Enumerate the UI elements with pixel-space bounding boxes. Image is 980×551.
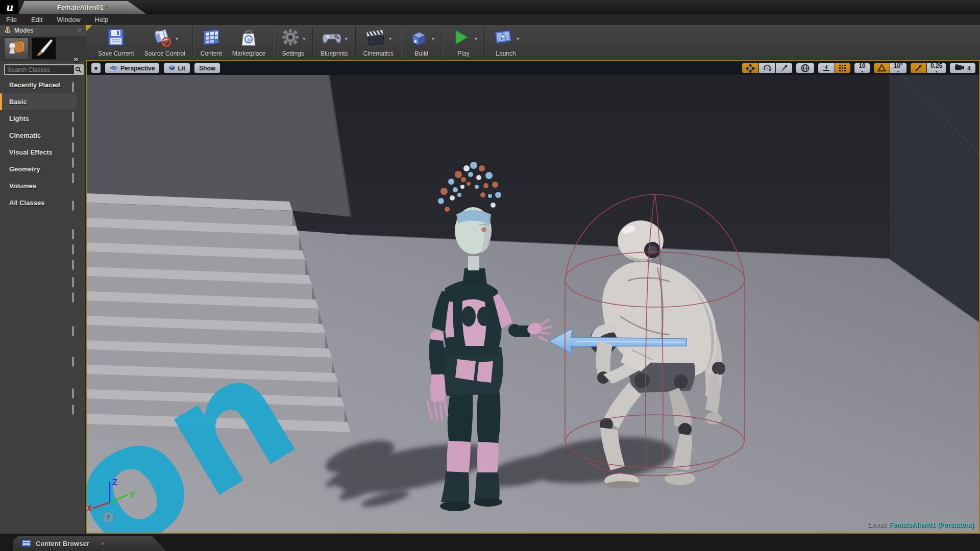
scrollbar-mark[interactable] (72, 388, 74, 398)
scrollbar-mark[interactable] (72, 405, 74, 415)
scale-tool-button[interactable] (776, 63, 793, 73)
translate-tool-button[interactable] (742, 63, 759, 73)
toolbar-separator (484, 27, 485, 58)
floppy-disk-icon (106, 27, 126, 49)
scrollbar-mark[interactable] (72, 357, 74, 367)
chevron-down-icon[interactable]: ▾ (303, 36, 305, 41)
unreal-logo-icon: u (0, 0, 18, 14)
paint-mode-button[interactable] (32, 37, 56, 60)
play-button[interactable]: ▾ Play (445, 25, 482, 60)
chevron-down-icon: ▾ (861, 69, 863, 74)
modes-panel-header[interactable]: Modes × (0, 25, 86, 36)
search-icon[interactable] (74, 65, 83, 74)
launch-screen-icon (493, 27, 514, 49)
scrollbar-mark[interactable] (72, 173, 74, 183)
mode-buttons-row: » (0, 36, 86, 61)
content-browser-tab[interactable]: Content Browser × (13, 536, 166, 551)
scrollbar-mark[interactable] (72, 244, 74, 255)
scrollbar-mark[interactable] (72, 326, 74, 336)
category-basic[interactable]: Basic (0, 93, 77, 110)
scale-snap-button[interactable] (910, 63, 927, 73)
show-menu-button[interactable]: Show (194, 63, 220, 73)
modes-panel-title: Modes (14, 27, 34, 34)
scrollbar-mark[interactable] (72, 142, 74, 153)
scrollbar-mark[interactable] (72, 260, 74, 270)
rotate-tool-button[interactable] (759, 63, 776, 73)
close-icon[interactable]: × (101, 540, 105, 547)
chevron-down-icon[interactable]: ▾ (345, 36, 348, 41)
toolbar-separator (192, 27, 193, 58)
modes-panel: Modes × » Recently Placed B (0, 25, 86, 536)
category-lights[interactable]: Lights (0, 110, 77, 127)
marketplace-button[interactable]: u Marketplace (227, 25, 271, 60)
search-classes-box (4, 64, 84, 75)
category-geometry[interactable]: Geometry (0, 161, 77, 178)
viewport-right-toolbar: 10 ▾ 10° ▾ 0.25 ▾ (742, 63, 976, 73)
scrollbar-mark[interactable] (72, 158, 74, 168)
gamepad-icon (321, 27, 342, 49)
menu-help[interactable]: Help (88, 14, 116, 25)
menu-edit[interactable]: Edit (24, 14, 50, 25)
chevron-down-icon[interactable]: ▾ (432, 36, 434, 41)
scrollbar-mark[interactable] (72, 127, 74, 137)
scrollbar-mark[interactable] (72, 292, 74, 303)
category-all-classes[interactable]: All Classes (0, 194, 77, 211)
viewport-3d-scene[interactable]: on (87, 61, 979, 533)
content-button[interactable]: Content (195, 25, 227, 60)
rotation-snap-button[interactable] (873, 63, 890, 73)
search-classes-input[interactable] (5, 65, 74, 74)
chevron-down-icon: ▾ (94, 65, 97, 72)
camera-mode-button[interactable]: Perspective (105, 63, 160, 73)
rotation-snap-value[interactable]: 10° ▾ (890, 63, 907, 73)
camera-speed-button[interactable]: 4 (949, 63, 976, 73)
level-tab[interactable]: FemaleAlien01* (18, 1, 146, 14)
surface-snap-button[interactable] (818, 63, 835, 73)
menu-file[interactable]: File (0, 14, 24, 25)
blueprints-button[interactable]: ▾ Blueprints (315, 25, 353, 60)
launch-button[interactable]: ▾ Launch (487, 25, 524, 60)
source-control-button[interactable]: ▾ Source Control (139, 25, 190, 60)
toolbar-separator (401, 27, 402, 58)
grid-snap-button[interactable] (835, 63, 851, 73)
view-mode-button[interactable]: Lit (163, 63, 190, 73)
chevron-down-icon[interactable]: ▾ (517, 36, 519, 41)
content-browser-icon (21, 539, 31, 548)
current-level-label: Level: FemaleAlien01 (Persistent) (868, 521, 974, 529)
category-recently-placed[interactable]: Recently Placed (0, 77, 77, 93)
chevron-down-icon[interactable]: ▾ (176, 36, 178, 41)
category-volumes[interactable]: Volumes (0, 178, 77, 194)
scrollbar-mark[interactable] (72, 112, 74, 122)
world-local-space-button[interactable] (796, 63, 815, 73)
category-cinematic[interactable]: Cinematic (0, 127, 77, 144)
chevron-down-icon[interactable]: ▾ (389, 36, 391, 41)
toolbar-separator (273, 27, 274, 58)
scrollbar-mark[interactable] (72, 277, 74, 287)
place-mode-icon (6, 38, 27, 59)
window-tab-bar: u FemaleAlien01* (0, 0, 980, 14)
viewport-options-dropdown[interactable]: ▾ (91, 63, 101, 73)
source-control-icon (152, 27, 173, 49)
scrollbar-mark[interactable] (72, 82, 74, 92)
chevron-down-icon[interactable]: ▾ (475, 36, 477, 41)
unreal-editor-window: u FemaleAlien01* File Edit Window Help S… (0, 0, 980, 551)
scrollbar-mark[interactable] (72, 229, 74, 239)
grid-snap-value[interactable]: 10 ▾ (854, 63, 870, 73)
unsaved-asterisk: * (105, 4, 107, 11)
svg-text:Z: Z (112, 478, 117, 487)
more-modes-chevrons-icon[interactable]: » (74, 54, 78, 64)
cinematics-button[interactable]: ▾ Cinematics (358, 25, 399, 60)
bottom-dock-bar: Content Browser × (0, 534, 980, 551)
settings-button[interactable]: ▾ Settings (276, 25, 310, 60)
scrollbar-mark[interactable] (72, 201, 74, 211)
close-icon[interactable]: × (78, 27, 82, 34)
save-current-button[interactable]: Save Current (93, 25, 139, 60)
category-visual-effects[interactable]: Visual Effects (0, 144, 77, 161)
level-viewport[interactable]: on (86, 60, 980, 534)
scale-snap-value[interactable]: 0.25 ▾ (927, 63, 946, 73)
chevron-down-icon: ▾ (897, 69, 899, 74)
build-button[interactable]: ▾ Build (404, 25, 439, 60)
building-icon (409, 27, 429, 49)
menu-window[interactable]: Window (50, 14, 87, 25)
place-mode-button[interactable] (4, 37, 29, 60)
play-triangle-icon (450, 27, 472, 49)
